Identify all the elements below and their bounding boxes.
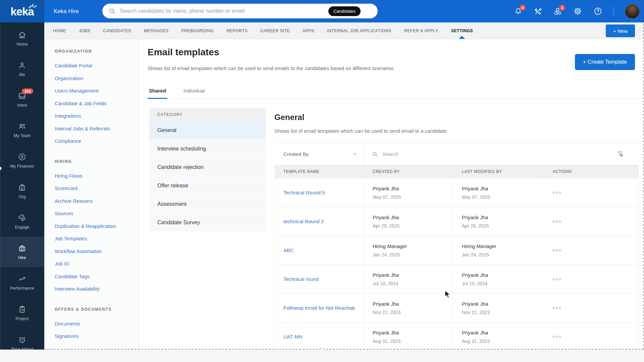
global-search-input[interactable] <box>120 8 328 14</box>
people-updates-badge: 1 <box>559 5 565 11</box>
email-templates-page: Email templates Shows list of email temp… <box>139 39 644 350</box>
created-by-name: Priyank Jha <box>373 272 453 278</box>
template-link[interactable]: technical Round 2 <box>283 219 364 224</box>
settings-item-candidate-tags[interactable]: Candidate Tags <box>55 270 139 283</box>
template-link[interactable]: Followup email for Not Reachab <box>283 305 364 311</box>
created-date: May 07, 2025 <box>373 194 453 200</box>
settings-item-hiring-flows[interactable]: Hiring Flows <box>55 170 139 182</box>
category-item-assessment[interactable]: Assessment <box>149 195 266 214</box>
nav-item-jobs[interactable]: JOBS <box>79 28 90 33</box>
table-row: ABC Hiring ManagerJan 24, 2025 Hiring Ma… <box>275 236 639 265</box>
template-link[interactable]: Technical Round 5 <box>283 190 364 195</box>
created-date: Aug 31, 2023 <box>373 339 453 344</box>
template-link[interactable]: UAT MN <box>283 334 364 340</box>
settings-item-sources[interactable]: Sources <box>55 207 139 220</box>
search-scope-badge[interactable]: Candidates <box>328 6 361 16</box>
row-actions-menu[interactable] <box>553 278 639 280</box>
settings-item-integrations[interactable]: Integrations <box>55 110 139 122</box>
chevron-down-icon <box>353 152 357 156</box>
category-item-general[interactable]: General <box>149 121 266 140</box>
tools-button[interactable] <box>534 7 542 16</box>
settings-item-internal-jobs-referrals[interactable]: Internal Jobs & Referrals <box>55 122 139 135</box>
table-row: Technical Round 5 Priyank JhaMay 07, 202… <box>275 178 639 207</box>
nav-item-home[interactable]: HOME <box>53 28 66 33</box>
settings-item-job-id[interactable]: Job ID <box>55 257 139 270</box>
rail-item-me[interactable]: Me <box>0 54 44 84</box>
created-by-dropdown[interactable]: Created By <box>274 143 365 165</box>
templates-table: TEMPLATE NAME CREATED BY LAST MODIFIED B… <box>274 165 639 350</box>
people-updates-button[interactable]: 1 <box>553 7 562 16</box>
category-item-offer-release[interactable]: Offer release <box>149 177 266 195</box>
settings-item-duplication-reapplication[interactable]: Duplication & Reapplication <box>55 220 139 233</box>
rail-item-engage[interactable]: Engage <box>0 206 44 237</box>
settings-item-candidate-portal[interactable]: Candidate Portal <box>55 59 139 72</box>
settings-item-scorecard[interactable]: Scorecard <box>55 182 139 195</box>
app-name: Keka Hire <box>54 8 79 15</box>
settings-item-workflow-automation[interactable]: Workflow Automation <box>55 245 139 258</box>
row-actions-menu[interactable] <box>553 221 639 223</box>
template-link[interactable]: ABC <box>283 247 364 253</box>
created-date: Jul 10, 2024 <box>373 281 453 286</box>
topbar-divider <box>613 7 614 16</box>
modified-by-name: Priyank Jha <box>462 272 544 278</box>
rail-item-time-attend[interactable]: Time Attend <box>0 328 44 350</box>
category-item-candidate-rejection[interactable]: Candidate rejection <box>149 158 266 177</box>
nav-item-messages[interactable]: MESSAGES <box>144 28 168 33</box>
row-actions-menu[interactable] <box>553 307 639 309</box>
category-item-interview-scheduling[interactable]: Interview scheduling <box>149 140 266 158</box>
rail-item-performance[interactable]: Performance <box>0 267 44 298</box>
settings-item-documents[interactable]: Documents <box>55 317 139 330</box>
help-button[interactable] <box>593 7 602 16</box>
nav-item-internal-job-applications[interactable]: INTERNAL JOB APPLICATIONS <box>327 28 391 33</box>
tools-icon <box>534 7 542 16</box>
rail-item-label: Org <box>19 194 26 199</box>
tab-individual[interactable]: Individual <box>182 88 206 99</box>
rail-item-label: Inbox <box>17 103 28 108</box>
create-template-button[interactable]: + Create Template <box>575 54 635 70</box>
rail-item-my-finances[interactable]: $ My Finances <box>0 145 44 176</box>
row-actions-menu[interactable] <box>553 192 639 194</box>
row-actions-menu[interactable] <box>553 336 639 338</box>
nav-item-preboarding[interactable]: PREBOARDING <box>181 28 214 33</box>
nav-item-refer-apply[interactable]: REFER & APPLY <box>404 28 438 33</box>
template-search-input[interactable] <box>382 151 616 157</box>
category-item-candidate-survey[interactable]: Candidate Survey <box>149 214 266 232</box>
settings-item-organization[interactable]: Organization <box>55 72 139 85</box>
global-search[interactable]: Candidates <box>102 4 378 18</box>
settings-section-hiring: HIRING Hiring Flows Scorecard Archive Re… <box>55 159 139 295</box>
template-link[interactable]: Technical round <box>283 276 364 282</box>
row-actions-menu[interactable] <box>553 249 639 251</box>
nav-item-reports[interactable]: REPORTS <box>226 28 248 33</box>
nav-item-career-site[interactable]: CAREER SITE <box>260 28 290 33</box>
tab-shared[interactable]: Shared <box>148 88 167 99</box>
new-button[interactable]: + New <box>606 24 635 37</box>
settings-item-users-management[interactable]: Users Management <box>55 84 139 97</box>
notifications-button[interactable]: 4 <box>514 7 523 16</box>
settings-item-interview-availability[interactable]: Interview Availability <box>55 283 139 295</box>
created-by-label: Created By <box>283 151 309 157</box>
modified-date: May 07, 2025 <box>462 194 544 200</box>
keka-logo[interactable]: keka <box>0 0 44 22</box>
settings-gear-button[interactable] <box>573 7 582 16</box>
template-search[interactable] <box>365 143 639 165</box>
rail-item-label: Home <box>16 42 28 47</box>
rail-item-my-team[interactable]: My Team <box>0 115 44 145</box>
user-avatar[interactable] <box>625 4 640 19</box>
nav-item-apps[interactable]: APPS <box>303 28 314 33</box>
settings-item-compliance[interactable]: Compliance <box>55 135 139 147</box>
rail-item-project[interactable]: Project <box>0 298 44 328</box>
settings-item-archive-reasons[interactable]: Archive Reasons <box>55 195 139 207</box>
rail-item-home[interactable]: Home <box>0 23 44 54</box>
settings-item-signatures[interactable]: Signatures <box>55 330 139 343</box>
rail-item-inbox[interactable]: 155 Inbox <box>0 84 44 115</box>
settings-item-candidate-job-fields[interactable]: Candidate & Job Fields <box>55 97 139 110</box>
settings-item-job-templates[interactable]: Job Templates <box>55 232 139 245</box>
rail-item-hire[interactable]: Hire <box>0 237 44 267</box>
settings-section-organization: ORGANIZATION Candidate Portal Organizati… <box>55 49 139 147</box>
nav-item-settings[interactable]: SETTINGS <box>451 28 473 33</box>
rail-item-org[interactable]: Org <box>0 176 44 206</box>
detail-title: General <box>274 112 639 122</box>
nav-item-candidates[interactable]: CANDIDATES <box>103 28 131 33</box>
clear-filter-button[interactable] <box>616 150 624 158</box>
svg-text:$: $ <box>21 155 23 159</box>
